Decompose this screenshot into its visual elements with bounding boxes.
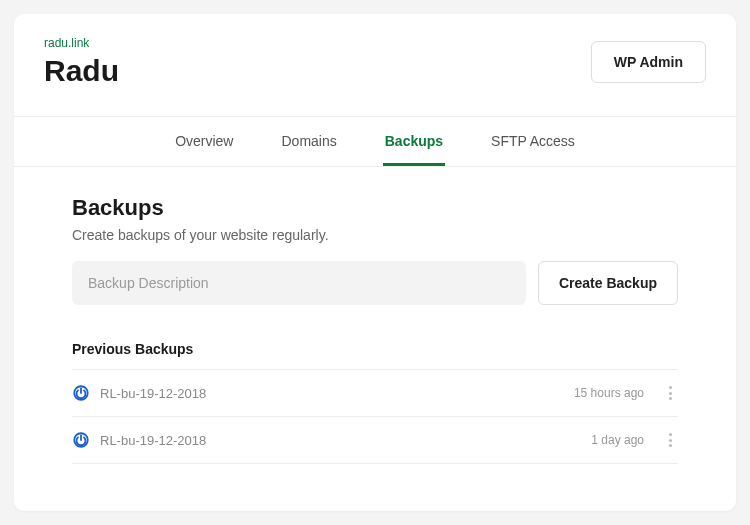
kebab-menu-button[interactable] bbox=[662, 429, 678, 451]
backup-time: 15 hours ago bbox=[574, 386, 644, 400]
site-info: radu.link Radu bbox=[44, 36, 119, 88]
tab-overview[interactable]: Overview bbox=[173, 117, 235, 166]
backup-description-input[interactable] bbox=[72, 261, 526, 305]
power-icon bbox=[72, 384, 90, 402]
backup-name[interactable]: RL-bu-19-12-2018 bbox=[100, 433, 581, 448]
backup-time: 1 day ago bbox=[591, 433, 644, 447]
power-icon bbox=[72, 431, 90, 449]
section-title: Backups bbox=[72, 195, 678, 221]
panel-header: radu.link Radu WP Admin bbox=[14, 14, 736, 117]
backup-row: RL-bu-19-12-2018 15 hours ago bbox=[72, 369, 678, 416]
backup-name[interactable]: RL-bu-19-12-2018 bbox=[100, 386, 564, 401]
site-name: Radu bbox=[44, 54, 119, 88]
tab-sftp-access[interactable]: SFTP Access bbox=[489, 117, 577, 166]
backups-section: Backups Create backups of your website r… bbox=[14, 167, 736, 511]
create-backup-row: Create Backup bbox=[72, 261, 678, 305]
backup-row: RL-bu-19-12-2018 1 day ago bbox=[72, 416, 678, 464]
section-subtitle: Create backups of your website regularly… bbox=[72, 227, 678, 243]
site-panel: radu.link Radu WP Admin Overview Domains… bbox=[14, 14, 736, 511]
create-backup-button[interactable]: Create Backup bbox=[538, 261, 678, 305]
tab-bar: Overview Domains Backups SFTP Access bbox=[14, 117, 736, 167]
kebab-menu-button[interactable] bbox=[662, 382, 678, 404]
wp-admin-button[interactable]: WP Admin bbox=[591, 41, 706, 83]
tab-backups[interactable]: Backups bbox=[383, 117, 445, 166]
previous-backups-title: Previous Backups bbox=[72, 341, 678, 357]
tab-domains[interactable]: Domains bbox=[279, 117, 338, 166]
site-domain: radu.link bbox=[44, 36, 119, 50]
